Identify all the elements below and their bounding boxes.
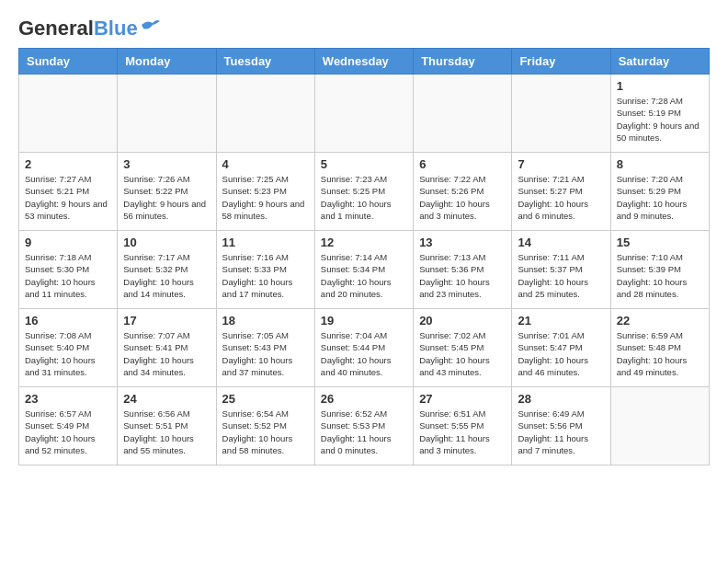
col-sunday: Sunday bbox=[19, 49, 118, 75]
calendar-cell bbox=[610, 387, 709, 465]
col-saturday: Saturday bbox=[610, 49, 709, 75]
day-number: 17 bbox=[123, 314, 210, 327]
calendar-cell: 4Sunrise: 7:25 AM Sunset: 5:23 PM Daylig… bbox=[216, 153, 314, 231]
day-number: 9 bbox=[25, 236, 111, 249]
day-info: Sunrise: 7:08 AM Sunset: 5:40 PM Dayligh… bbox=[25, 329, 111, 378]
calendar-cell bbox=[414, 75, 512, 153]
calendar-cell: 21Sunrise: 7:01 AM Sunset: 5:47 PM Dayli… bbox=[512, 309, 610, 387]
day-number: 10 bbox=[123, 236, 210, 249]
day-number: 14 bbox=[518, 236, 604, 249]
day-number: 16 bbox=[25, 314, 111, 327]
day-number: 25 bbox=[222, 392, 309, 406]
day-number: 8 bbox=[617, 157, 703, 171]
calendar-cell: 12Sunrise: 7:14 AM Sunset: 5:34 PM Dayli… bbox=[314, 231, 413, 309]
day-info: Sunrise: 7:20 AM Sunset: 5:29 PM Dayligh… bbox=[617, 173, 703, 222]
calendar-header-row: Sunday Monday Tuesday Wednesday Thursday… bbox=[19, 49, 710, 75]
day-number: 11 bbox=[222, 236, 309, 249]
calendar-cell: 24Sunrise: 6:56 AM Sunset: 5:51 PM Dayli… bbox=[118, 387, 216, 465]
calendar-cell: 28Sunrise: 6:49 AM Sunset: 5:56 PM Dayli… bbox=[512, 387, 610, 465]
calendar-cell: 2Sunrise: 7:27 AM Sunset: 5:21 PM Daylig… bbox=[19, 153, 118, 231]
calendar-cell: 22Sunrise: 6:59 AM Sunset: 5:48 PM Dayli… bbox=[610, 309, 709, 387]
day-info: Sunrise: 7:27 AM Sunset: 5:21 PM Dayligh… bbox=[25, 173, 111, 222]
week-row-3: 9Sunrise: 7:18 AM Sunset: 5:30 PM Daylig… bbox=[19, 231, 710, 309]
calendar-cell: 15Sunrise: 7:10 AM Sunset: 5:39 PM Dayli… bbox=[610, 231, 709, 309]
calendar-cell bbox=[118, 75, 216, 153]
calendar-cell: 19Sunrise: 7:04 AM Sunset: 5:44 PM Dayli… bbox=[314, 309, 413, 387]
day-info: Sunrise: 7:13 AM Sunset: 5:36 PM Dayligh… bbox=[419, 251, 506, 300]
day-number: 5 bbox=[321, 157, 407, 171]
calendar-cell: 7Sunrise: 7:21 AM Sunset: 5:27 PM Daylig… bbox=[512, 153, 610, 231]
calendar-cell bbox=[512, 75, 610, 153]
day-info: Sunrise: 7:17 AM Sunset: 5:32 PM Dayligh… bbox=[123, 251, 210, 300]
day-info: Sunrise: 7:10 AM Sunset: 5:39 PM Dayligh… bbox=[617, 251, 703, 300]
day-info: Sunrise: 7:23 AM Sunset: 5:25 PM Dayligh… bbox=[321, 173, 407, 222]
day-info: Sunrise: 7:02 AM Sunset: 5:45 PM Dayligh… bbox=[419, 329, 506, 378]
day-info: Sunrise: 7:05 AM Sunset: 5:43 PM Dayligh… bbox=[222, 329, 309, 378]
logo-text: GeneralBlue bbox=[18, 18, 138, 39]
day-number: 20 bbox=[419, 314, 506, 327]
day-number: 18 bbox=[222, 314, 309, 327]
day-number: 24 bbox=[123, 392, 210, 406]
col-monday: Monday bbox=[118, 49, 216, 75]
day-number: 7 bbox=[518, 157, 604, 171]
col-wednesday: Wednesday bbox=[314, 49, 413, 75]
calendar-cell: 11Sunrise: 7:16 AM Sunset: 5:33 PM Dayli… bbox=[216, 231, 314, 309]
day-number: 19 bbox=[321, 314, 407, 327]
calendar-cell: 18Sunrise: 7:05 AM Sunset: 5:43 PM Dayli… bbox=[216, 309, 314, 387]
calendar-cell bbox=[19, 75, 118, 153]
day-info: Sunrise: 6:49 AM Sunset: 5:56 PM Dayligh… bbox=[518, 408, 604, 456]
calendar-cell: 25Sunrise: 6:54 AM Sunset: 5:52 PM Dayli… bbox=[216, 387, 314, 465]
calendar-cell: 13Sunrise: 7:13 AM Sunset: 5:36 PM Dayli… bbox=[414, 231, 512, 309]
day-number: 23 bbox=[25, 392, 111, 406]
day-number: 3 bbox=[123, 157, 210, 171]
calendar-cell bbox=[314, 75, 413, 153]
day-info: Sunrise: 7:11 AM Sunset: 5:37 PM Dayligh… bbox=[518, 251, 604, 300]
week-row-5: 23Sunrise: 6:57 AM Sunset: 5:49 PM Dayli… bbox=[19, 387, 710, 465]
col-friday: Friday bbox=[512, 49, 610, 75]
day-info: Sunrise: 7:25 AM Sunset: 5:23 PM Dayligh… bbox=[222, 173, 309, 222]
day-info: Sunrise: 7:21 AM Sunset: 5:27 PM Dayligh… bbox=[518, 173, 604, 222]
day-number: 13 bbox=[419, 236, 506, 249]
col-thursday: Thursday bbox=[414, 49, 512, 75]
calendar-cell: 5Sunrise: 7:23 AM Sunset: 5:25 PM Daylig… bbox=[314, 153, 413, 231]
page-header: GeneralBlue bbox=[18, 18, 710, 39]
day-info: Sunrise: 7:22 AM Sunset: 5:26 PM Dayligh… bbox=[419, 173, 506, 222]
week-row-2: 2Sunrise: 7:27 AM Sunset: 5:21 PM Daylig… bbox=[19, 153, 710, 231]
day-info: Sunrise: 7:01 AM Sunset: 5:47 PM Dayligh… bbox=[518, 329, 604, 378]
calendar-cell: 20Sunrise: 7:02 AM Sunset: 5:45 PM Dayli… bbox=[414, 309, 512, 387]
day-number: 26 bbox=[321, 392, 407, 406]
calendar-cell: 8Sunrise: 7:20 AM Sunset: 5:29 PM Daylig… bbox=[610, 153, 709, 231]
day-number: 12 bbox=[321, 236, 407, 249]
day-info: Sunrise: 7:14 AM Sunset: 5:34 PM Dayligh… bbox=[321, 251, 407, 300]
day-info: Sunrise: 7:16 AM Sunset: 5:33 PM Dayligh… bbox=[222, 251, 309, 300]
calendar-cell: 10Sunrise: 7:17 AM Sunset: 5:32 PM Dayli… bbox=[118, 231, 216, 309]
day-number: 21 bbox=[518, 314, 604, 327]
calendar-cell: 6Sunrise: 7:22 AM Sunset: 5:26 PM Daylig… bbox=[414, 153, 512, 231]
calendar-cell: 27Sunrise: 6:51 AM Sunset: 5:55 PM Dayli… bbox=[414, 387, 512, 465]
day-number: 15 bbox=[617, 236, 703, 249]
day-number: 6 bbox=[419, 157, 506, 171]
day-info: Sunrise: 6:57 AM Sunset: 5:49 PM Dayligh… bbox=[25, 408, 111, 456]
calendar-cell: 16Sunrise: 7:08 AM Sunset: 5:40 PM Dayli… bbox=[19, 309, 118, 387]
calendar-cell: 14Sunrise: 7:11 AM Sunset: 5:37 PM Dayli… bbox=[512, 231, 610, 309]
day-info: Sunrise: 7:18 AM Sunset: 5:30 PM Dayligh… bbox=[25, 251, 111, 300]
day-number: 28 bbox=[518, 392, 604, 406]
col-tuesday: Tuesday bbox=[216, 49, 314, 75]
calendar-table: Sunday Monday Tuesday Wednesday Thursday… bbox=[18, 48, 710, 465]
day-info: Sunrise: 7:07 AM Sunset: 5:41 PM Dayligh… bbox=[123, 329, 210, 378]
day-info: Sunrise: 6:54 AM Sunset: 5:52 PM Dayligh… bbox=[222, 408, 309, 456]
day-info: Sunrise: 6:56 AM Sunset: 5:51 PM Dayligh… bbox=[123, 408, 210, 456]
day-number: 27 bbox=[419, 392, 506, 406]
day-info: Sunrise: 7:26 AM Sunset: 5:22 PM Dayligh… bbox=[123, 173, 210, 222]
day-info: Sunrise: 6:52 AM Sunset: 5:53 PM Dayligh… bbox=[321, 408, 407, 456]
day-number: 4 bbox=[222, 157, 309, 171]
calendar-cell: 23Sunrise: 6:57 AM Sunset: 5:49 PM Dayli… bbox=[19, 387, 118, 465]
calendar-cell: 26Sunrise: 6:52 AM Sunset: 5:53 PM Dayli… bbox=[314, 387, 413, 465]
day-info: Sunrise: 6:51 AM Sunset: 5:55 PM Dayligh… bbox=[419, 408, 506, 456]
calendar-cell bbox=[216, 75, 314, 153]
week-row-4: 16Sunrise: 7:08 AM Sunset: 5:40 PM Dayli… bbox=[19, 309, 710, 387]
day-info: Sunrise: 7:28 AM Sunset: 5:19 PM Dayligh… bbox=[617, 95, 703, 144]
calendar-cell: 17Sunrise: 7:07 AM Sunset: 5:41 PM Dayli… bbox=[118, 309, 216, 387]
day-info: Sunrise: 7:04 AM Sunset: 5:44 PM Dayligh… bbox=[321, 329, 407, 378]
day-number: 2 bbox=[25, 157, 111, 171]
